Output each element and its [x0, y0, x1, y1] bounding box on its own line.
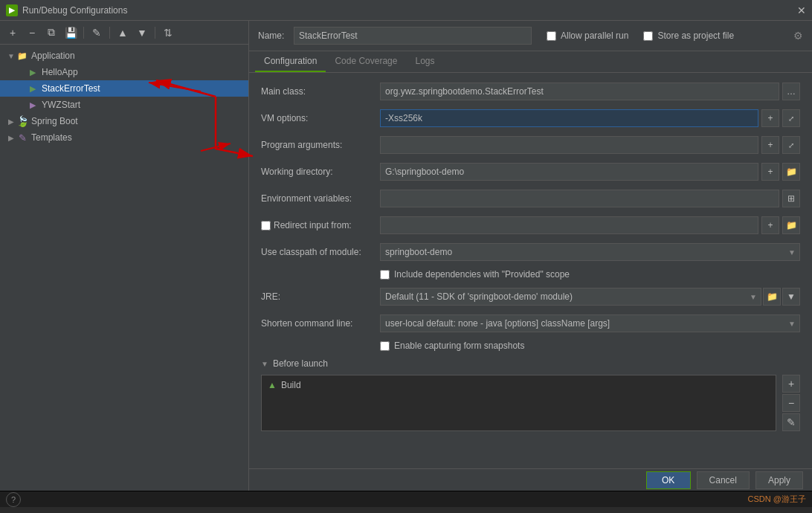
enable-capturing-checkbox[interactable] [380, 341, 390, 351]
tree-item-stackerrortest[interactable]: ▶ StackErrorTest [0, 80, 248, 97]
tab-code-coverage[interactable]: Code Coverage [326, 51, 406, 72]
main-class-browse-button[interactable]: … [782, 83, 800, 100]
classpath-select[interactable]: springboot-demo [380, 243, 800, 261]
enable-capturing-label: Enable capturing form snapshots [394, 341, 524, 351]
include-deps-checkbox[interactable] [380, 270, 390, 280]
tree-item-ywzstart[interactable]: ▶ YWZStart [0, 97, 248, 113]
jre-dropdown-button[interactable]: ▼ [782, 288, 800, 306]
vm-options-label: VM options: [261, 113, 380, 123]
shorten-cmd-row: Shorten command line: user-local default… [261, 314, 800, 333]
classpath-row: Use classpath of module: springboot-demo… [261, 242, 800, 262]
build-launch-row[interactable]: ▲ Build [262, 375, 776, 395]
tab-logs[interactable]: Logs [406, 51, 443, 72]
settings-gear-icon[interactable]: ⚙ [793, 30, 803, 42]
store-as-project-checkbox[interactable] [643, 31, 653, 41]
cancel-button[interactable]: Cancel [697, 471, 750, 489]
vm-options-input-wrap: + ⤢ [380, 109, 800, 127]
add-button[interactable]: + [4, 25, 21, 41]
ok-button[interactable]: OK [646, 471, 691, 489]
configuration-content: Main class: … VM options: + ⤢ [249, 73, 812, 468]
tree-item-springboot[interactable]: ▶ 🍃 Spring Boot [0, 113, 248, 129]
main-class-row: Main class: … [261, 82, 800, 101]
shorten-cmd-select-wrap: user-local default: none - java [options… [380, 314, 800, 332]
tree-item-templates[interactable]: ▶ ✎ Templates [0, 129, 248, 146]
tree-label-ywzstart: YWZStart [42, 100, 80, 110]
configuration-tree[interactable]: ▼ 📁 Application ▶ HelloApp ▶ StackErrorT… [0, 45, 248, 491]
helloapp-icon: ▶ [27, 66, 39, 78]
working-directory-browse-button[interactable]: 📁 [782, 163, 800, 181]
vm-options-expand-button[interactable]: ⤢ [782, 109, 800, 127]
program-arguments-row: Program arguments: + ⤢ [261, 135, 800, 155]
enable-capturing-row: Enable capturing form snapshots [261, 341, 800, 351]
tree-item-application[interactable]: ▼ 📁 Application [0, 48, 248, 64]
program-arguments-add-button[interactable]: + [761, 136, 779, 154]
sort-button[interactable]: ⇅ [160, 25, 176, 41]
main-container: + − ⧉ 💾 ✎ ▲ ▼ ⇅ ▼ 📁 Application [0, 21, 812, 491]
up-button[interactable]: ▲ [115, 25, 131, 41]
down-button[interactable]: ▼ [134, 25, 150, 41]
copy-button[interactable]: ⧉ [43, 25, 59, 41]
redirect-input-row: Redirect input from: + 📁 [261, 216, 800, 235]
before-launch-edit-button[interactable]: ✎ [782, 413, 800, 431]
dialog-title: Run/Debug Configurations [22, 5, 127, 16]
checkbox-group: Allow parallel run [547, 30, 628, 41]
before-launch-list: ▲ Build [261, 375, 776, 431]
environment-variables-browse-button[interactable]: ⊞ [782, 190, 800, 207]
vm-options-input[interactable] [380, 109, 758, 127]
remove-button[interactable]: − [24, 25, 40, 41]
title-bar: ▶ Run/Debug Configurations ✕ [0, 0, 812, 21]
templates-icon: ✎ [16, 132, 28, 143]
jre-browse-button[interactable]: 📁 [763, 288, 781, 306]
right-panel: Name: Allow parallel run Store as projec… [249, 21, 812, 491]
redirect-input-checkbox[interactable] [261, 221, 271, 230]
environment-variables-row: Environment variables: ⊞ [261, 189, 800, 208]
program-arguments-expand-button[interactable]: ⤢ [782, 136, 800, 154]
save-button[interactable]: 💾 [62, 25, 79, 41]
program-arguments-label: Program arguments: [261, 140, 380, 150]
application-folder-icon: 📁 [16, 50, 28, 62]
classpath-label: Use classpath of module: [261, 247, 380, 257]
tree-label-application: Application [31, 51, 75, 61]
apply-button[interactable]: Apply [755, 471, 803, 489]
working-directory-add-button[interactable]: + [761, 163, 779, 181]
ywzstart-icon: ▶ [27, 99, 39, 111]
status-left: ? [6, 492, 21, 507]
store-project-group: Store as project file [643, 30, 734, 41]
redirect-input-field[interactable] [380, 216, 758, 234]
redirect-input-wrap: + 📁 [380, 216, 800, 234]
before-launch-header[interactable]: ▼ Before launch [261, 358, 800, 369]
before-launch-remove-button[interactable]: − [782, 394, 800, 412]
tree-label-stackerrortest: StackErrorTest [42, 83, 100, 94]
tab-configuration[interactable]: Configuration [255, 51, 326, 72]
help-button[interactable]: ? [6, 492, 21, 507]
tree-label-helloapp: HelloApp [42, 67, 78, 77]
stackerrortest-icon: ▶ [27, 83, 39, 94]
main-class-input-wrap: … [380, 83, 800, 100]
vm-options-row: VM options: + ⤢ [261, 109, 800, 128]
tabs-bar: Configuration Code Coverage Logs [249, 51, 812, 73]
redirect-add-button[interactable]: + [761, 216, 779, 234]
vm-options-add-button[interactable]: + [761, 109, 779, 127]
working-directory-label: Working directory: [261, 167, 380, 177]
jre-select[interactable]: Default (11 - SDK of 'springboot-demo' m… [380, 288, 761, 306]
main-class-input[interactable] [380, 83, 779, 100]
working-directory-input[interactable] [380, 163, 758, 181]
environment-variables-input-wrap: ⊞ [380, 190, 800, 207]
store-project-label: Store as project file [657, 30, 734, 41]
allow-parallel-label: Allow parallel run [561, 30, 628, 41]
redirect-browse-button[interactable]: 📁 [782, 216, 800, 234]
shorten-cmd-select[interactable]: user-local default: none - java [options… [380, 314, 800, 332]
name-input[interactable] [294, 27, 532, 45]
edit-button[interactable]: ✎ [88, 25, 105, 41]
arrow-templates: ▶ [6, 134, 16, 142]
environment-variables-input[interactable] [380, 190, 779, 207]
before-launch-area: ▲ Build + − ✎ [261, 375, 800, 431]
dialog-icon: ▶ [6, 4, 18, 16]
before-launch-add-button[interactable]: + [782, 375, 800, 393]
springboot-icon: 🍃 [16, 115, 28, 127]
tree-item-helloapp[interactable]: ▶ HelloApp [0, 64, 248, 80]
program-arguments-input-wrap: + ⤢ [380, 136, 800, 154]
program-arguments-input[interactable] [380, 136, 758, 154]
allow-parallel-checkbox[interactable] [547, 31, 556, 41]
close-button[interactable]: ✕ [797, 4, 806, 16]
